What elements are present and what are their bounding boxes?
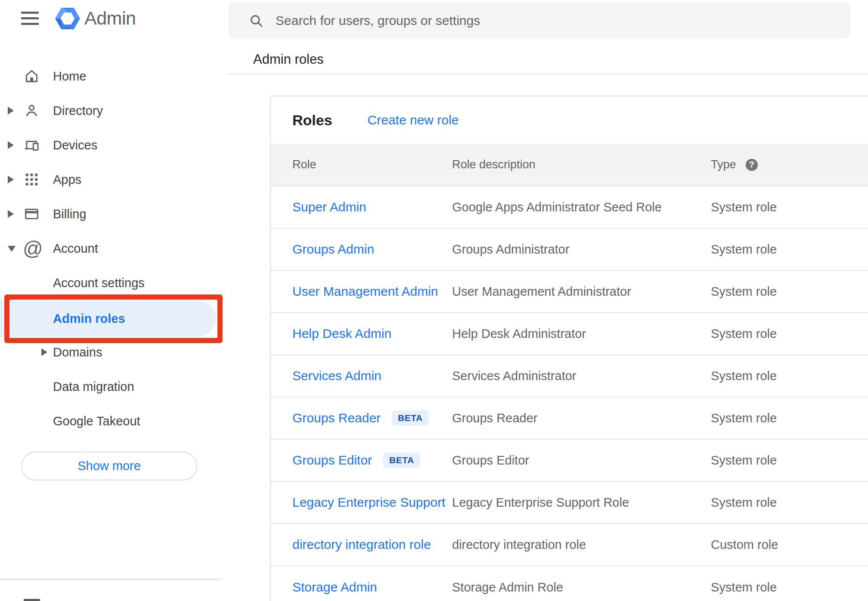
create-new-role-link[interactable]: Create new role xyxy=(368,113,459,127)
roles-card: Roles Create new role Role Role descript… xyxy=(270,96,868,601)
home-icon xyxy=(24,68,40,84)
sidebar-item-domains[interactable]: Domains xyxy=(0,335,221,369)
role-type: System role xyxy=(711,411,868,425)
credit-card-icon xyxy=(24,206,40,222)
logo-text: Admin xyxy=(84,8,136,29)
devices-icon xyxy=(24,137,40,153)
search-bar[interactable] xyxy=(229,3,850,38)
show-more-button[interactable]: Show more xyxy=(21,452,197,480)
role-link[interactable]: Super Admin xyxy=(292,200,366,214)
role-type: Custom role xyxy=(711,538,868,552)
sidebar-item-google-takeout[interactable]: Google Takeout xyxy=(0,404,221,438)
breadcrumb-divider xyxy=(228,74,868,74)
role-description: User Management Administrator xyxy=(452,285,711,299)
card-header: Roles Create new role xyxy=(271,96,868,144)
sidebar-item-apps[interactable]: Apps xyxy=(0,162,221,197)
search-input[interactable] xyxy=(276,13,850,28)
sidebar-item-billing[interactable]: Billing xyxy=(0,197,221,231)
expand-caret-icon[interactable] xyxy=(8,141,14,149)
page-title: Roles xyxy=(292,112,332,129)
beta-badge: BETA xyxy=(392,410,429,426)
support-icon xyxy=(24,599,40,601)
sidebar-item-home[interactable]: Home xyxy=(0,59,221,93)
sidebar-item-label: Google Takeout xyxy=(53,414,140,428)
sidebar-item-data-migration[interactable]: Data migration xyxy=(0,369,221,404)
table-row: Help Desk Admin Help Desk Administrator … xyxy=(271,313,868,355)
role-link[interactable]: Legacy Enterprise Support xyxy=(292,495,445,510)
role-description: Help Desk Administrator xyxy=(452,327,711,341)
table-row: User Management Admin User Management Ad… xyxy=(271,271,868,313)
search-icon xyxy=(249,13,264,28)
role-description: Legacy Enterprise Support Role xyxy=(452,496,711,510)
role-type: System role xyxy=(711,369,868,383)
table-row: Storage Admin Storage Admin Role System … xyxy=(271,566,868,601)
apps-grid-icon xyxy=(24,172,40,188)
role-link[interactable]: Help Desk Admin xyxy=(292,326,391,341)
sidebar-item-admin-roles[interactable]: Admin roles xyxy=(0,300,216,337)
sidebar-divider xyxy=(0,579,221,580)
at-sign-icon: @ xyxy=(23,241,43,257)
role-type: System role xyxy=(711,285,868,299)
role-description: Google Apps Administrator Seed Role xyxy=(452,200,711,214)
sidebar-item-label: Billing xyxy=(53,207,86,221)
role-link[interactable]: User Management Admin xyxy=(292,284,438,299)
role-description: Groups Reader xyxy=(452,411,711,425)
role-link[interactable]: Groups Editor xyxy=(292,453,372,468)
role-link[interactable]: directory integration role xyxy=(292,537,431,552)
sidebar-item-label: Home xyxy=(53,69,86,84)
help-icon[interactable]: ? xyxy=(746,159,758,171)
role-type: System role xyxy=(711,453,868,468)
role-description: directory integration role xyxy=(452,538,711,552)
column-header-role: Role xyxy=(292,158,452,171)
sidebar-item-label: Apps xyxy=(53,173,81,187)
role-description: Services Administrator xyxy=(452,369,711,383)
sidebar-item-label: Directory xyxy=(53,104,103,118)
table-row: Legacy Enterprise Support Legacy Enterpr… xyxy=(271,482,868,524)
hamburger-menu-icon[interactable] xyxy=(21,12,39,25)
sidebar-item-label: Devices xyxy=(53,138,97,152)
table-row: Services Admin Services Administrator Sy… xyxy=(271,355,868,397)
role-description: Groups Administrator xyxy=(452,242,711,257)
table-row: Groups Admin Groups Administrator System… xyxy=(271,229,868,271)
sidebar-item-account-settings[interactable]: Account settings xyxy=(0,266,221,300)
breadcrumb: Admin roles xyxy=(253,52,324,67)
role-description: Storage Admin Role xyxy=(452,580,711,595)
role-type: System role xyxy=(711,327,868,341)
sidebar-item-label: Data migration xyxy=(53,380,134,394)
collapse-caret-icon[interactable] xyxy=(8,246,16,252)
beta-badge: BETA xyxy=(383,452,420,468)
column-header-type: Type xyxy=(711,158,736,171)
sidebar-item-label: Domains xyxy=(53,345,102,359)
expand-caret-icon[interactable] xyxy=(8,176,14,183)
role-link[interactable]: Services Admin xyxy=(292,369,381,383)
table-row: directory integration role directory int… xyxy=(271,524,868,566)
role-type: System role xyxy=(711,580,868,595)
sidebar-item-account[interactable]: @ Account xyxy=(0,231,221,266)
column-header-description: Role description xyxy=(452,158,711,171)
role-type: System role xyxy=(711,496,868,510)
role-link[interactable]: Groups Reader xyxy=(292,411,381,425)
role-type: System role xyxy=(711,200,868,214)
role-description: Groups Editor xyxy=(452,453,711,468)
sidebar-item-devices[interactable]: Devices xyxy=(0,128,221,162)
expand-caret-icon[interactable] xyxy=(41,348,47,356)
sidebar-item-label: Account settings xyxy=(53,276,145,290)
sidebar-item-label: Admin roles xyxy=(53,311,125,325)
sidebar-item-directory[interactable]: Directory xyxy=(0,93,221,128)
sidebar-item-label: Account xyxy=(53,242,98,256)
expand-caret-icon[interactable] xyxy=(8,107,14,115)
table-header-row: Role Role description Type ? xyxy=(271,144,868,186)
role-link[interactable]: Groups Admin xyxy=(292,242,374,257)
table-row: Groups Editor BETA Groups Editor System … xyxy=(271,440,868,482)
expand-caret-icon[interactable] xyxy=(8,210,14,218)
role-link[interactable]: Storage Admin xyxy=(292,580,377,595)
person-icon xyxy=(24,103,40,119)
google-admin-logo-icon xyxy=(55,6,80,31)
table-row: Groups Reader BETA Groups Reader System … xyxy=(271,397,868,440)
role-type: System role xyxy=(711,242,868,257)
table-row: Super Admin Google Apps Administrator Se… xyxy=(271,186,868,229)
